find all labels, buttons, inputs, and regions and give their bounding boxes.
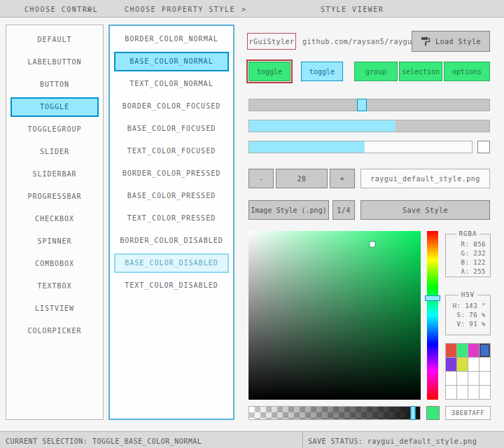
color-swatch-selected[interactable] <box>479 344 490 357</box>
spinner-plus-button[interactable]: + <box>330 169 355 188</box>
toggle-demo-edited[interactable]: toggle <box>248 62 290 81</box>
style-filename-input[interactable]: raygui_default_style.png <box>360 169 490 188</box>
chevron-right-icon: > <box>87 6 92 13</box>
section-title-style-viewer: STYLE VIEWER <box>321 6 384 13</box>
color-swatch-grid <box>445 343 491 400</box>
hsv-s-value: S: 76 % <box>446 311 490 320</box>
control-item-togglegroup[interactable]: TOGGLEGROUP <box>10 120 99 139</box>
control-item-slider[interactable]: SLIDER <box>10 142 99 162</box>
hue-bar[interactable] <box>427 231 438 400</box>
property-item-base-color-normal[interactable]: BASE_COLOR_NORMAL <box>114 52 229 71</box>
section-title-choose-property: CHOOSE PROPERTY STYLE <box>125 6 235 13</box>
toggle-group-item-toggle[interactable]: toggle <box>301 62 343 81</box>
spinner-value[interactable]: 28 <box>276 169 328 188</box>
status-divider <box>302 432 303 448</box>
paint-roller-icon <box>421 36 430 46</box>
hex-value-input[interactable]: 38E87AFF <box>445 406 491 420</box>
save-style-button[interactable]: Save Style <box>360 200 490 220</box>
control-item-progressbar[interactable]: PROGRESSBAR <box>10 187 99 206</box>
color-swatch[interactable] <box>446 386 456 399</box>
color-swatch[interactable] <box>446 358 456 371</box>
color-swatch[interactable] <box>457 372 468 385</box>
color-swatch[interactable] <box>479 358 490 371</box>
hsv-title: HSV <box>458 291 477 298</box>
chevron-right-icon: > <box>241 6 247 13</box>
sliderbar-fill <box>249 120 396 132</box>
control-item-colorpicker[interactable]: COLORPICKER <box>10 321 99 341</box>
alpha-handle[interactable] <box>411 406 416 420</box>
checkbox-demo[interactable] <box>477 141 490 153</box>
property-item-text-color-normal[interactable]: TEXT_COLOR_NORMAL <box>114 74 229 94</box>
hsv-v-value: V: 91 % <box>446 320 490 329</box>
repo-link[interactable]: github.com/raysan5/raygui <box>302 38 416 46</box>
ratio-button[interactable]: 1/4 <box>332 200 355 220</box>
property-item-border-color-focused[interactable]: BORDER_COLOR_FOCUSED <box>114 97 229 116</box>
progressbar-fill <box>249 141 365 153</box>
status-bar: CURRENT SELECTION: TOGGLE_BASE_COLOR_NOR… <box>0 431 504 448</box>
color-picker-area[interactable] <box>248 231 421 400</box>
toggle-group-item-group[interactable]: group <box>354 62 398 81</box>
property-item-border-color-normal[interactable]: BORDER_COLOR_NORMAL <box>114 29 229 49</box>
rgba-groupbox: RGBA R: 056 G: 232 B: 122 A: 255 <box>445 234 491 277</box>
control-item-combobox[interactable]: COMBOBOX <box>10 254 99 274</box>
slider-demo[interactable] <box>248 99 490 111</box>
hsv-groupbox: HSV H: 143 ° S: 76 % V: 91 % <box>445 295 491 335</box>
color-swatch[interactable] <box>479 386 490 399</box>
rgba-b-value: B: 122 <box>446 258 490 267</box>
alpha-bar[interactable] <box>248 406 421 420</box>
selected-color-chip <box>426 406 440 420</box>
toggle-group-item-selection[interactable]: selection <box>399 62 442 81</box>
current-selection-status: CURRENT SELECTION: TOGGLE_BASE_COLOR_NOR… <box>6 438 202 445</box>
spinner-minus-button[interactable]: - <box>248 169 274 188</box>
control-item-spinner[interactable]: SPINNER <box>10 232 99 251</box>
property-item-text-color-pressed[interactable]: TEXT_COLOR_PRESSED <box>114 209 229 228</box>
color-picker-cursor[interactable] <box>370 242 375 247</box>
control-item-labelbutton[interactable]: LABELBUTTON <box>10 52 99 72</box>
property-item-border-color-disabled[interactable]: BORDER_COLOR_DISABLED <box>114 231 229 251</box>
control-item-sliderbar[interactable]: SLIDERBAR <box>10 164 99 184</box>
control-item-listview[interactable]: LISTVIEW <box>10 299 99 318</box>
property-item-text-color-focused[interactable]: TEXT_COLOR_FOCUSED <box>114 141 229 161</box>
save-status: SAVE STATUS: raygui_default_style.png <box>308 438 477 445</box>
control-item-toggle[interactable]: TOGGLE <box>10 97 99 117</box>
control-item-textbox[interactable]: TEXTBOX <box>10 276 99 296</box>
color-swatch[interactable] <box>446 344 456 357</box>
control-item-checkbox[interactable]: CHECKBOX <box>10 209 99 229</box>
control-item-default[interactable]: DEFAULT <box>10 30 99 50</box>
app-title-label: rGuiStyler <box>247 33 296 50</box>
property-item-base-color-disabled[interactable]: BASE_COLOR_DISABLED <box>114 253 229 273</box>
header-bar: CHOOSE CONTROL > CHOOSE PROPERTY STYLE >… <box>0 0 504 18</box>
rgba-r-value: R: 056 <box>446 240 490 249</box>
color-swatch[interactable] <box>457 344 468 357</box>
controls-list: DEFAULT LABELBUTTON BUTTON TOGGLE TOGGLE… <box>6 24 104 420</box>
hsv-h-value: H: 143 ° <box>446 302 490 311</box>
hue-handle[interactable] <box>425 295 440 301</box>
property-item-text-color-disabled[interactable]: TEXT_COLOR_DISABLED <box>114 276 229 295</box>
slider-handle[interactable] <box>357 99 367 111</box>
color-swatch[interactable] <box>468 386 479 399</box>
sliderbar-demo[interactable] <box>248 120 490 132</box>
properties-list: BORDER_COLOR_NORMAL BASE_COLOR_NORMAL TE… <box>108 24 234 420</box>
image-style-button[interactable]: Image Style (.png) <box>248 200 329 220</box>
color-swatch[interactable] <box>468 344 479 357</box>
rgba-g-value: G: 232 <box>446 249 490 258</box>
color-swatch[interactable] <box>457 358 468 371</box>
color-swatch[interactable] <box>479 372 490 385</box>
property-item-base-color-focused[interactable]: BASE_COLOR_FOCUSED <box>114 119 229 139</box>
rgba-a-value: A: 255 <box>446 267 490 276</box>
rgba-title: RGBA <box>456 230 480 237</box>
load-style-label: Load Style <box>435 38 481 46</box>
load-style-button[interactable]: Load Style <box>412 31 490 52</box>
color-swatch[interactable] <box>446 372 456 385</box>
color-swatch[interactable] <box>468 372 479 385</box>
color-swatch[interactable] <box>468 358 479 371</box>
toggle-group-item-options[interactable]: options <box>444 62 490 81</box>
progressbar-demo <box>248 141 472 153</box>
color-swatch[interactable] <box>457 386 468 399</box>
property-item-border-color-pressed[interactable]: BORDER_COLOR_PRESSED <box>114 164 229 183</box>
control-item-button[interactable]: BUTTON <box>10 75 99 94</box>
property-item-base-color-pressed[interactable]: BASE_COLOR_PRESSED <box>114 186 229 206</box>
